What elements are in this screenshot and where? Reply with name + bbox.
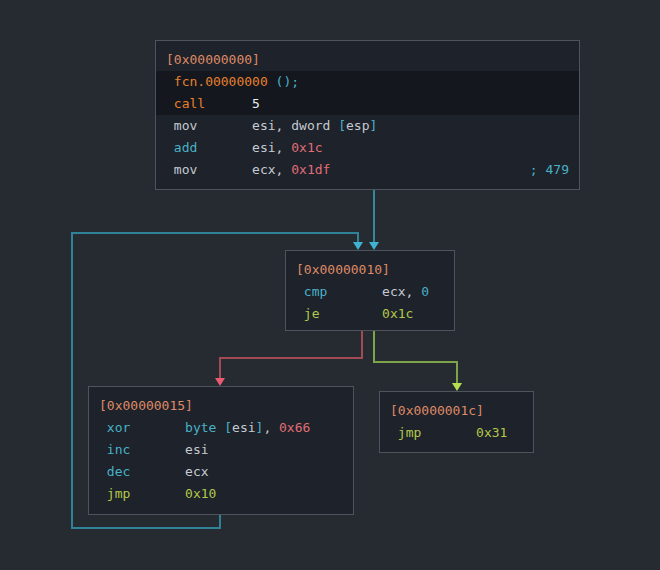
asm-token: ecx,: [327, 284, 421, 299]
asm-line: jmp 0x31: [380, 422, 533, 444]
asm-token: xor: [99, 420, 130, 435]
asm-token: cmp: [296, 284, 327, 299]
asm-token: [421, 425, 476, 440]
block-address-line: [0x00000000]: [156, 49, 579, 71]
asm-token: ecx: [130, 464, 208, 479]
asm-token: ]: [370, 118, 378, 133]
asm-line: mov ecx, 0x1df; 479: [156, 159, 579, 181]
asm-token: [0x00000015]: [99, 398, 193, 413]
asm-token: [0x00000000]: [166, 52, 260, 67]
asm-token: call: [166, 96, 205, 111]
asm-token: 0x1c: [382, 306, 413, 321]
edge-arrowhead-icon: [215, 378, 225, 386]
asm-token: mov ecx,: [166, 162, 291, 177]
edge-0x00000000-to-0x00000010: [369, 190, 379, 250]
asm-token: esi: [130, 442, 208, 457]
block-address-line: [0x0000001c]: [380, 400, 533, 422]
asm-token: 0x31: [476, 425, 507, 440]
asm-token: [130, 420, 185, 435]
asm-token: je: [296, 306, 319, 321]
asm-token: dec: [99, 464, 130, 479]
asm-line: dec ecx: [89, 461, 353, 483]
block-address-line: [0x00000010]: [286, 259, 454, 281]
edge-true-0x00000010-to-0x0000001c: [374, 331, 462, 391]
asm-token: byte: [185, 420, 224, 435]
basic-block-0x00000015[interactable]: [0x00000015] xor byte [esi], 0x66 inc es…: [88, 386, 354, 515]
asm-token: jmp: [99, 486, 130, 501]
basic-block-0x00000010[interactable]: [0x00000010] cmp ecx, 0 je 0x1c: [285, 250, 455, 331]
asm-comment: ; 479: [530, 159, 569, 181]
asm-line: mov esi, dword [esp]: [156, 115, 579, 137]
asm-token: ,: [263, 420, 279, 435]
asm-line: fcn.00000000 ();: [156, 71, 579, 93]
asm-token: [205, 96, 252, 111]
edge-arrowhead-icon: [369, 242, 379, 250]
asm-token: [130, 486, 185, 501]
basic-block-0x0000001c[interactable]: [0x0000001c] jmp 0x31: [379, 391, 534, 453]
asm-token: 0x66: [279, 420, 310, 435]
asm-token: esi,: [197, 140, 291, 155]
asm-token: [319, 306, 382, 321]
asm-token: inc: [99, 442, 130, 457]
asm-line: xor byte [esi], 0x66: [89, 417, 353, 439]
asm-token: [0x00000010]: [296, 262, 390, 277]
asm-token: 0x1df: [291, 162, 330, 177]
edge-false-0x00000010-to-0x00000015: [215, 331, 362, 386]
edge-arrowhead-icon: [353, 242, 363, 250]
asm-token: mov esi, dword: [166, 118, 338, 133]
asm-token: [: [224, 420, 232, 435]
asm-line: cmp ecx, 0: [286, 281, 454, 303]
asm-token: [268, 74, 276, 89]
asm-token: jmp: [390, 425, 421, 440]
asm-token: 0x10: [185, 486, 216, 501]
asm-token: esi: [232, 420, 255, 435]
graph-view[interactable]: [0x00000000] fcn.00000000 (); call 5 mov…: [0, 0, 660, 570]
basic-block-0x00000000[interactable]: [0x00000000] fcn.00000000 (); call 5 mov…: [155, 40, 580, 190]
asm-line: jmp 0x10: [89, 483, 353, 505]
block-address-line: [0x00000015]: [89, 395, 353, 417]
asm-line: inc esi: [89, 439, 353, 461]
asm-line: call 5: [156, 93, 579, 115]
asm-token: ();: [276, 74, 299, 89]
asm-token: fcn.00000000: [166, 74, 268, 89]
asm-token: esp: [346, 118, 369, 133]
asm-token: [0x0000001c]: [390, 403, 484, 418]
asm-token: add: [166, 140, 197, 155]
asm-token: 5: [252, 96, 260, 111]
asm-line: add esi, 0x1c: [156, 137, 579, 159]
edge-arrowhead-icon: [452, 383, 462, 391]
asm-token: [: [338, 118, 346, 133]
asm-line: je 0x1c: [286, 303, 454, 325]
asm-token: 0x1c: [291, 140, 322, 155]
asm-token: 0: [421, 284, 429, 299]
